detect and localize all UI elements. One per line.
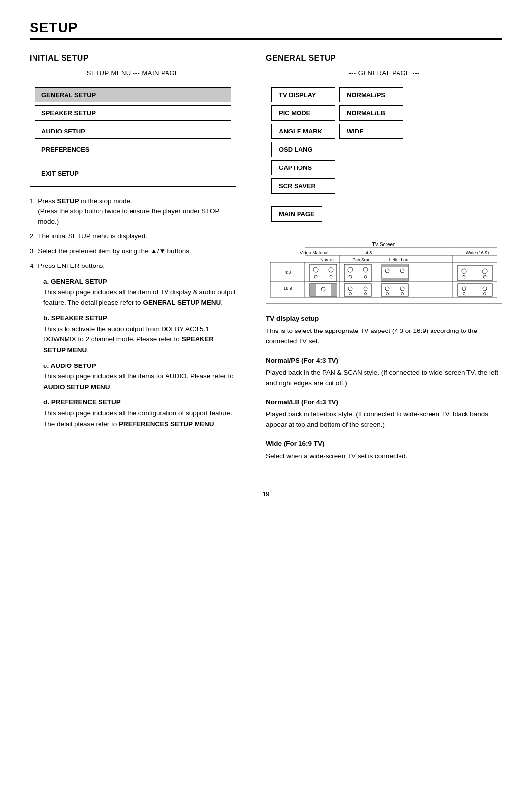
svg-point-20: [349, 275, 352, 278]
page-number: 19: [30, 490, 502, 498]
svg-point-35: [321, 287, 325, 291]
svg-point-25: [385, 269, 389, 273]
initial-setup-section: INITIAL SETUP SETUP MENU --- MAIN PAGE G…: [30, 54, 236, 434]
svg-point-21: [364, 275, 367, 278]
svg-point-37: [348, 287, 352, 291]
gen-cell-wide[interactable]: WIDE: [339, 124, 403, 139]
sub-item-c: c. AUDIO SETUP This setup page includes …: [43, 361, 236, 393]
svg-text:4:3: 4:3: [366, 250, 372, 255]
info-tv-display: TV display setup This is to select the a…: [266, 314, 502, 347]
initial-setup-menu: GENERAL SETUP SPEAKER SETUP AUDIO SETUP …: [30, 82, 236, 187]
menu-item-audio-setup[interactable]: AUDIO SETUP: [35, 124, 231, 139]
info-normal-ps-text: Played back in the PAN & SCAN style. (If…: [266, 368, 502, 389]
gen-cell-scr-saver[interactable]: SCR SAVER: [271, 178, 335, 194]
svg-point-29: [482, 269, 487, 274]
gen-cell-pic-mode[interactable]: PIC MODE: [271, 105, 335, 121]
instruction-4: 4. Press ENTER buttons.: [30, 261, 236, 271]
gen-cell-tv-display[interactable]: TV DISPLAY: [271, 87, 335, 102]
general-setup-title: GENERAL SETUP: [266, 54, 502, 63]
svg-rect-33: [310, 284, 316, 296]
svg-rect-17: [344, 264, 371, 281]
tv-diagram-svg: TV Screen Video Material 4:3 Wide (16:9)…: [270, 240, 497, 299]
initial-setup-subtitle: SETUP MENU --- MAIN PAGE: [30, 69, 236, 77]
svg-point-13: [313, 267, 318, 272]
gen-row-tv-display: TV DISPLAY NORMAL/PS: [271, 87, 497, 102]
svg-point-16: [330, 275, 332, 278]
svg-rect-27: [458, 265, 492, 281]
info-tv-display-title: TV display setup: [266, 314, 502, 324]
general-setup-section: GENERAL SETUP --- GENERAL PAGE --- TV DI…: [266, 54, 502, 470]
sub-item-c-label: c. AUDIO SETUP: [43, 362, 96, 369]
sub-item-a-label: a. GENERAL SETUP: [43, 278, 107, 285]
page-title: SETUP: [30, 20, 502, 40]
svg-rect-34: [331, 284, 337, 296]
svg-rect-36: [344, 284, 371, 296]
sub-item-b: b. SPEAKER SETUP This is to activate the…: [43, 313, 236, 355]
sub-item-d: d. PREFERENCE SETUP This setup page incl…: [43, 397, 236, 429]
svg-point-15: [314, 275, 317, 278]
svg-text:Normal: Normal: [320, 257, 334, 262]
svg-text:16:9: 16:9: [283, 286, 292, 291]
svg-point-28: [462, 269, 466, 274]
instr-num-4: 4.: [30, 261, 35, 271]
svg-point-26: [400, 269, 404, 273]
main-page-area: MAIN PAGE: [271, 201, 497, 222]
info-tv-display-text: This is to select the appropriate TV asp…: [266, 326, 502, 347]
gen-cell-normal-ps[interactable]: NORMAL/PS: [339, 87, 403, 102]
svg-point-31: [483, 275, 486, 278]
gen-row-captions: CAPTIONS: [271, 160, 497, 175]
instruction-2: 2. The initial SETUP menu is displayed.: [30, 232, 236, 241]
sub-item-b-label: b. SPEAKER SETUP: [43, 314, 107, 322]
general-setup-menu: TV DISPLAY NORMAL/PS PIC MODE NORMAL/LB …: [266, 82, 502, 227]
svg-rect-24: [381, 278, 408, 281]
general-setup-subtitle: --- GENERAL PAGE ---: [266, 69, 502, 77]
svg-point-30: [463, 275, 466, 278]
menu-item-exit-setup[interactable]: EXIT SETUP: [35, 166, 231, 181]
main-page-button[interactable]: MAIN PAGE: [271, 206, 322, 222]
sub-item-a: a. GENERAL SETUP This setup page include…: [43, 276, 236, 308]
svg-text:Pan Scan: Pan Scan: [353, 257, 371, 262]
instruction-1: 1. Press SETUP in the stop mode.(Press t…: [30, 197, 236, 227]
tv-diagram: TV Screen Video Material 4:3 Wide (16:9)…: [266, 237, 502, 304]
svg-rect-12: [310, 264, 337, 281]
info-wide: Wide (For 16:9 TV) Select when a wide-sc…: [266, 439, 502, 462]
svg-point-19: [363, 267, 368, 272]
instr-text-4: Press ENTER buttons.: [38, 261, 105, 271]
instr-text-3: Select the preferred item by using the ▲…: [38, 246, 191, 256]
info-wide-text: Select when a wide-screen TV set is conn…: [266, 451, 502, 462]
svg-point-43: [400, 287, 404, 291]
gen-cell-captions[interactable]: CAPTIONS: [271, 160, 335, 175]
sub-item-d-label: d. PREFERENCE SETUP: [43, 398, 121, 406]
svg-point-44: [386, 293, 389, 295]
info-normal-ps: Normal/PS (For 4:3 TV) Played back in th…: [266, 356, 502, 389]
menu-item-preferences[interactable]: PREFERENCES: [35, 142, 231, 157]
instr-num-1: 1.: [30, 197, 35, 227]
svg-point-47: [462, 287, 466, 291]
svg-text:4:3: 4:3: [285, 270, 291, 275]
info-normal-ps-title: Normal/PS (For 4:3 TV): [266, 356, 502, 366]
gen-cell-osd-lang[interactable]: OSD LANG: [271, 142, 335, 157]
menu-item-speaker-setup[interactable]: SPEAKER SETUP: [35, 105, 231, 121]
svg-text:Wide (16:9): Wide (16:9): [466, 250, 489, 255]
gen-row-osd-lang: OSD LANG: [271, 142, 497, 157]
instructions-list: 1. Press SETUP in the stop mode.(Press t…: [30, 197, 236, 429]
svg-point-18: [348, 267, 353, 272]
svg-point-14: [329, 267, 333, 272]
svg-point-48: [483, 287, 487, 291]
svg-rect-23: [381, 264, 408, 267]
gen-row-pic-mode: PIC MODE NORMAL/LB: [271, 105, 497, 121]
info-normal-lb-text: Played back in letterbox style. (If conn…: [266, 409, 502, 430]
svg-point-49: [463, 293, 466, 295]
gen-row-angle-mark: ANGLE MARK WIDE: [271, 124, 497, 139]
svg-rect-41: [381, 284, 408, 296]
instr-text-2: The initial SETUP menu is displayed.: [38, 232, 147, 241]
gen-cell-angle-mark[interactable]: ANGLE MARK: [271, 124, 335, 139]
info-normal-lb: Normal/LB (For 4:3 TV) Played back in le…: [266, 398, 502, 431]
instr-num-2: 2.: [30, 232, 35, 241]
instruction-3: 3. Select the preferred item by using th…: [30, 246, 236, 256]
info-wide-title: Wide (For 16:9 TV): [266, 439, 502, 449]
svg-point-40: [365, 293, 367, 295]
svg-point-38: [364, 287, 367, 291]
menu-item-general-setup[interactable]: GENERAL SETUP: [35, 87, 231, 102]
gen-cell-normal-lb[interactable]: NORMAL/LB: [339, 105, 403, 121]
